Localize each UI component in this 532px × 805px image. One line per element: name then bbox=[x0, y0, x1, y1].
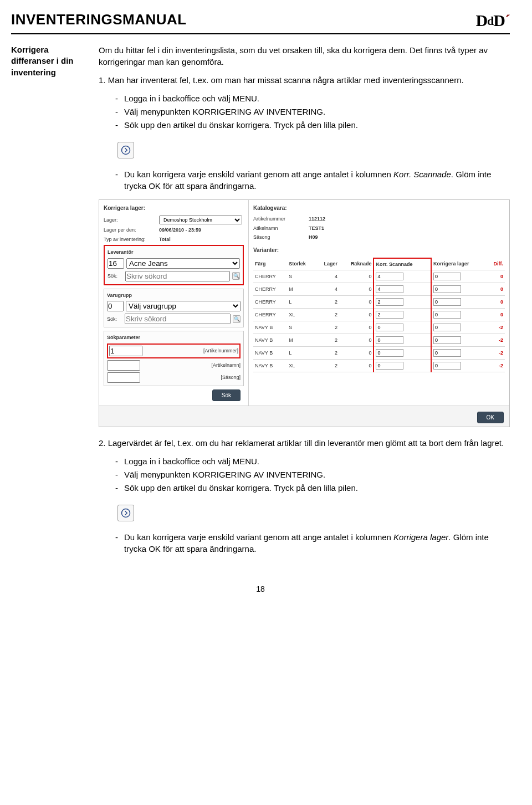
cell-korr bbox=[374, 296, 431, 309]
cell-storlek: M bbox=[287, 334, 315, 347]
arrow-right-icon bbox=[117, 142, 134, 158]
cell-lager: 4 bbox=[315, 283, 339, 296]
note-list-1: Du kan korrigera varje enskild variant g… bbox=[99, 168, 510, 192]
cell-diff: -2 bbox=[487, 321, 505, 334]
vg-select[interactable]: Välj varugrupp bbox=[126, 301, 241, 311]
lager-select[interactable]: Demoshop Stockholm bbox=[159, 216, 242, 224]
doc-title: INVENTERINGSMANUAL bbox=[11, 11, 187, 28]
artnr-label: Artikelnummer bbox=[253, 216, 309, 223]
note-em: Korrigera lager bbox=[393, 532, 448, 542]
cell-lager: 4 bbox=[315, 270, 339, 283]
artnr-input[interactable] bbox=[109, 346, 142, 356]
cell-storlek: XL bbox=[287, 309, 315, 321]
logo-accent: ´ bbox=[505, 11, 510, 29]
vg-code-input[interactable] bbox=[107, 301, 124, 311]
lev-select[interactable]: Acne Jeans bbox=[126, 258, 240, 269]
cell-korrlager bbox=[431, 321, 487, 334]
var-title: Varianter: bbox=[253, 247, 505, 254]
cell-farg: CHERRY bbox=[253, 309, 287, 321]
case2-lead: 2. Lagervärdet är fel, t.ex. om du har r… bbox=[99, 437, 510, 449]
step: Välj menypunkten KORRIGERING AV INVENTER… bbox=[117, 469, 510, 480]
korr-input[interactable] bbox=[376, 311, 403, 319]
cell-korrlager bbox=[431, 347, 487, 360]
cell-korr bbox=[374, 360, 431, 372]
step: Sök upp den artikel du önskar korrigera.… bbox=[117, 482, 510, 494]
cell-farg: CHERRY bbox=[253, 270, 287, 283]
cell-raknade: 0 bbox=[339, 309, 374, 321]
korr-input[interactable] bbox=[376, 273, 403, 280]
search-icon[interactable]: 🔍 bbox=[232, 272, 240, 280]
col-korr-lager: Korrigera lager bbox=[431, 258, 487, 270]
typ-value: Total bbox=[159, 236, 171, 243]
sok-button[interactable]: Sök bbox=[212, 389, 241, 401]
cell-raknade: 0 bbox=[339, 270, 374, 283]
korrlager-input[interactable] bbox=[433, 311, 461, 319]
cell-lager: 2 bbox=[315, 309, 339, 321]
step: Sök upp den artikel du önskar korrigera.… bbox=[117, 119, 510, 131]
page-number: 18 bbox=[11, 584, 510, 593]
search-icon[interactable]: 🔍 bbox=[233, 315, 241, 323]
lev-code-input[interactable] bbox=[108, 258, 124, 269]
korrlager-input[interactable] bbox=[433, 285, 461, 293]
cell-korr bbox=[374, 334, 431, 347]
cell-farg: NAVY B bbox=[253, 347, 287, 360]
korr-input[interactable] bbox=[376, 336, 403, 344]
table-row: CHERRYS400 bbox=[253, 270, 505, 283]
intro-text: Om du hittar fel i din inventeringslista… bbox=[99, 44, 510, 68]
note-text: Du kan korrigera varje enskild variant g… bbox=[124, 170, 393, 179]
korr-input[interactable] bbox=[376, 362, 403, 370]
vg-search-input[interactable] bbox=[125, 314, 231, 324]
cell-farg: NAVY B bbox=[253, 360, 287, 372]
typ-label: Typ av inventering: bbox=[104, 236, 159, 243]
col-korr-scannade: Korr. Scannade bbox=[374, 258, 431, 270]
lev-title: Leverantör bbox=[108, 249, 240, 256]
variants-table: Färg Storlek Lager Räknade Korr. Scannad… bbox=[253, 258, 505, 373]
cell-korrlager bbox=[431, 360, 487, 372]
lagerper-label: Lager per den: bbox=[104, 227, 159, 234]
cell-farg: NAVY B bbox=[253, 334, 287, 347]
artnr-ph: [Artikelnummer] bbox=[145, 347, 238, 355]
cell-lager: 2 bbox=[315, 334, 339, 347]
artnamn-label: Atikelnamn bbox=[253, 225, 309, 232]
cell-diff: 0 bbox=[487, 283, 505, 296]
note-2: Du kan korrigera varje enskild variant g… bbox=[117, 531, 510, 555]
lev-search-input[interactable] bbox=[125, 271, 230, 281]
section-heading: Korrigera differanser i din inventering bbox=[11, 44, 89, 562]
korrlager-input[interactable] bbox=[433, 298, 461, 306]
cell-korr bbox=[374, 321, 431, 334]
korrlager-input[interactable] bbox=[433, 273, 461, 280]
logo-letter: D bbox=[475, 11, 487, 29]
cell-korr bbox=[374, 347, 431, 360]
korr-input[interactable] bbox=[376, 324, 403, 331]
sok-label: Sök: bbox=[108, 273, 123, 280]
ok-button[interactable]: OK bbox=[477, 412, 504, 423]
korrlager-input[interactable] bbox=[433, 324, 461, 331]
cell-lager: 2 bbox=[315, 321, 339, 334]
season-ph: [Säsong] bbox=[142, 374, 241, 381]
varugrupp-block: Varugrupp Välj varugrupp Sök: 🔍 bbox=[104, 289, 244, 328]
logo: DdD´ bbox=[475, 11, 510, 30]
artnr-value: 112112 bbox=[309, 216, 325, 223]
korr-input[interactable] bbox=[376, 298, 403, 306]
sokparameter-block: Sökparameter [Artikelnummer] [Artikelnam… bbox=[104, 331, 244, 386]
note-text: Du kan korrigera varje enskild variant g… bbox=[124, 532, 393, 542]
lager-label: Lager: bbox=[104, 217, 159, 224]
artname-input[interactable] bbox=[107, 360, 140, 371]
korr-input[interactable] bbox=[376, 285, 403, 293]
korrlager-input[interactable] bbox=[433, 362, 461, 370]
korrlager-input[interactable] bbox=[433, 349, 461, 357]
cell-diff: 0 bbox=[487, 309, 505, 321]
case1-lead: 1. Man har inventerat fel, t.ex. om man … bbox=[99, 74, 510, 86]
sok-label: Sök: bbox=[107, 316, 122, 323]
korrlager-input[interactable] bbox=[433, 336, 461, 344]
note-list-2: Du kan korrigera varje enskild variant g… bbox=[99, 531, 510, 555]
sasong-label: Säsong bbox=[253, 234, 309, 241]
logo-letter: D bbox=[493, 11, 505, 29]
season-input[interactable] bbox=[107, 372, 140, 383]
leverantor-block: Leverantör Acne Jeans Sök: 🔍 bbox=[104, 245, 244, 285]
logo-letter: d bbox=[487, 14, 493, 28]
cell-lager: 2 bbox=[315, 296, 339, 309]
cell-diff: -2 bbox=[487, 347, 505, 360]
korr-input[interactable] bbox=[376, 349, 403, 357]
artnamn-value: TEST1 bbox=[309, 225, 324, 232]
